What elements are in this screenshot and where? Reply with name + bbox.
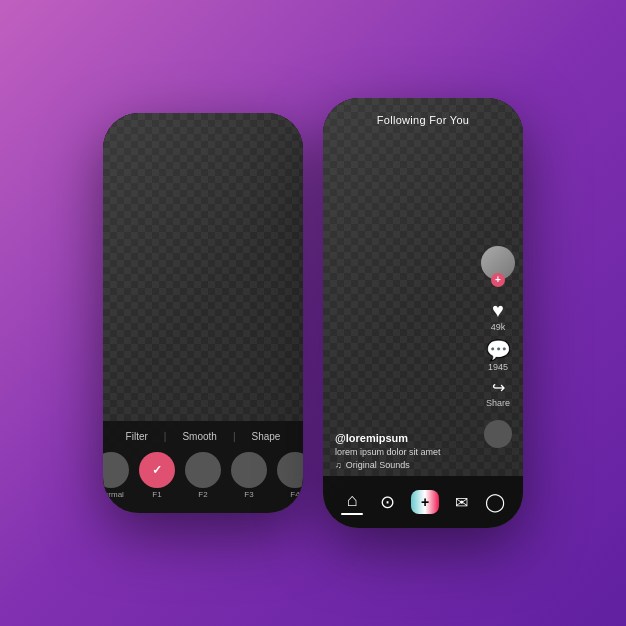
sound-name: Original Sounds <box>346 460 410 470</box>
filter-f3-label: F3 <box>244 490 253 499</box>
music-note-icon: ♫ <box>335 460 342 470</box>
filter-normal-label: Normal <box>103 490 124 499</box>
following-for-you-text: Following For You <box>377 114 470 126</box>
caption: lorem ipsum dolor sit amet <box>335 447 473 457</box>
divider-1: | <box>164 431 167 442</box>
follow-button[interactable]: + <box>491 273 505 287</box>
like-action[interactable]: ♥ 49k <box>491 300 506 332</box>
comment-action[interactable]: 💬 1945 <box>486 340 511 372</box>
comment-icon[interactable]: 💬 <box>486 340 511 360</box>
right-phone: Following For You + ♥ 49k 💬 1945 <box>323 98 523 528</box>
left-phone-controls: Filter | Smooth | Shape Normal ✓ <box>103 421 303 513</box>
left-phone: Filter | Smooth | Shape Normal ✓ <box>103 113 303 513</box>
right-sidebar: + ♥ 49k 💬 1945 ↪ Share <box>481 246 515 448</box>
checkmark-icon: ✓ <box>152 463 162 477</box>
filter-f2-item[interactable]: F2 <box>185 452 221 499</box>
share-label: Share <box>486 398 510 408</box>
nav-home[interactable]: ⌂ <box>341 490 363 515</box>
filter-f3-btn[interactable] <box>231 452 267 488</box>
filter-f1-label: F1 <box>152 490 161 499</box>
nav-add-button[interactable]: + <box>411 490 439 514</box>
sound-row: ♫ Original Sounds <box>335 460 473 470</box>
discover-icon: ⊙ <box>380 491 395 513</box>
comment-count: 1945 <box>488 362 508 372</box>
video-info: @loremipsum lorem ipsum dolor sit amet ♫… <box>335 432 473 470</box>
filter-f3-item[interactable]: F3 <box>231 452 267 499</box>
plus-icon: + <box>421 494 429 510</box>
nav-inbox[interactable]: ✉ <box>455 493 468 512</box>
filter-f4-item[interactable]: F4 <box>277 452 303 499</box>
filter-f4-btn[interactable] <box>277 452 303 488</box>
heart-icon[interactable]: ♥ <box>492 300 504 320</box>
filter-circle-row: Normal ✓ F1 F2 F3 <box>103 452 303 499</box>
filter-f2-btn[interactable] <box>185 452 221 488</box>
share-action[interactable]: ↪ Share <box>486 380 510 408</box>
filter-f1-btn[interactable]: ✓ <box>139 452 175 488</box>
filter-tab-smooth[interactable]: Smooth <box>182 431 216 442</box>
username[interactable]: @loremipsum <box>335 432 473 444</box>
filter-tabs: Filter | Smooth | Shape <box>103 431 303 442</box>
profile-icon: ◯ <box>485 491 505 513</box>
home-indicator <box>341 513 363 515</box>
filter-normal-item[interactable]: Normal <box>103 452 129 499</box>
phones-container: Filter | Smooth | Shape Normal ✓ <box>103 98 523 528</box>
filter-tab-shape[interactable]: Shape <box>252 431 281 442</box>
inbox-icon: ✉ <box>455 493 468 512</box>
like-count: 49k <box>491 322 506 332</box>
filter-normal-btn[interactable] <box>103 452 129 488</box>
filter-f2-label: F2 <box>198 490 207 499</box>
filter-f1-item[interactable]: ✓ F1 <box>139 452 175 499</box>
filter-tab-filter[interactable]: Filter <box>126 431 148 442</box>
nav-discover[interactable]: ⊙ <box>380 491 395 513</box>
right-phone-screen: Following For You + ♥ 49k 💬 1945 <box>323 98 523 528</box>
divider-2: | <box>233 431 236 442</box>
share-icon[interactable]: ↪ <box>492 380 505 396</box>
sidebar-avatar-container[interactable]: + <box>481 246 515 282</box>
sound-disc <box>484 420 512 448</box>
right-phone-header: Following For You <box>323 114 523 126</box>
bottom-nav: ⌂ ⊙ + ✉ ◯ <box>323 476 523 528</box>
nav-profile[interactable]: ◯ <box>485 491 505 513</box>
filter-f4-label: F4 <box>290 490 299 499</box>
home-icon: ⌂ <box>347 490 358 511</box>
left-phone-screen: Filter | Smooth | Shape Normal ✓ <box>103 113 303 513</box>
